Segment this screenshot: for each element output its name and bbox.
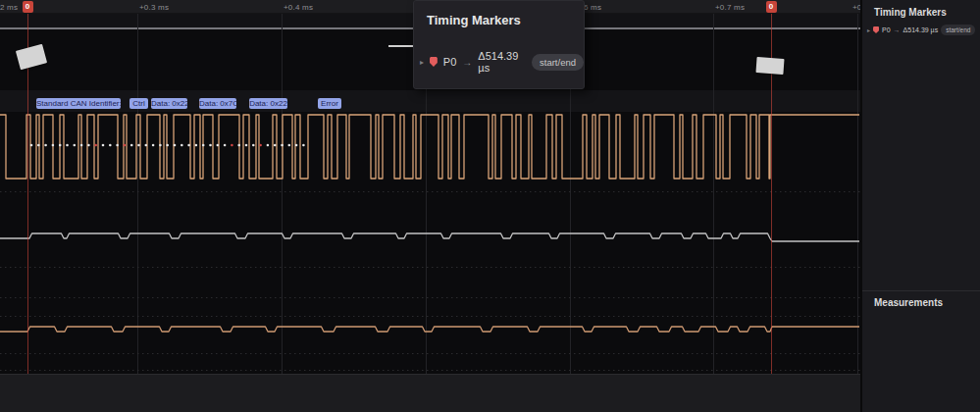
arrow-right-icon: → xyxy=(894,26,901,33)
start-end-button[interactable]: start/end xyxy=(532,54,584,71)
bit-sample-dot xyxy=(59,144,62,147)
bit-sample-dot xyxy=(181,144,183,147)
arrow-right-icon: → xyxy=(462,57,472,68)
bit-sample-dot xyxy=(130,144,133,147)
bit-sample-dot xyxy=(245,144,248,147)
chevron-right-icon[interactable]: ▸ xyxy=(420,58,424,67)
decoder-bubble[interactable]: Data: 0x22 xyxy=(249,98,287,109)
hidden-trace-segment xyxy=(388,45,413,47)
decoder-bubble[interactable]: Data: 0x7C xyxy=(199,98,236,109)
sidebar-measurements-header: Measurements xyxy=(874,297,943,308)
timeline-tick-label: +0.3 ms xyxy=(139,3,169,12)
bit-sample-dot xyxy=(187,144,190,147)
bit-sample-dot xyxy=(109,144,112,147)
decoder-bubble[interactable]: Ctrl xyxy=(129,98,148,109)
timeline-tick-label: +0.4 ms xyxy=(284,3,313,12)
bit-sample-dot xyxy=(288,144,291,147)
timeline-tick-label: +0.2 ms xyxy=(0,3,18,12)
bit-sample-dot xyxy=(66,144,69,147)
bit-sample-dot xyxy=(252,144,255,147)
bit-sample-dot xyxy=(30,144,33,147)
stuff-bit-dot xyxy=(231,144,233,147)
marker-delta-value: Δ514.39 µs xyxy=(478,50,526,74)
bit-sample-dot xyxy=(74,144,77,147)
bit-sample-dot xyxy=(159,144,162,147)
timing-marker-flag[interactable]: 0 xyxy=(23,1,33,13)
marker-drag-handle[interactable] xyxy=(755,57,784,75)
bit-sample-dot xyxy=(209,144,212,147)
stuff-bit-dot xyxy=(259,144,262,147)
stuff-bit-dot xyxy=(94,144,97,147)
timing-markers-popup: Timing Markers ▸ P0 → Δ514.39 µs start/e… xyxy=(413,0,585,89)
sidebar-timing-markers-header: Timing Markers xyxy=(874,7,980,18)
bit-sample-dot xyxy=(37,144,40,147)
bit-sample-dot xyxy=(202,144,205,147)
decoder-bubble[interactable]: Data: 0x22 xyxy=(151,98,187,109)
bit-sample-dot xyxy=(174,144,177,147)
sidebar-timing-marker-row[interactable]: ▸ P0 → Δ514.39 µs start/end xyxy=(867,25,975,35)
sidebar-section-divider xyxy=(862,290,980,291)
bit-sample-dot xyxy=(166,144,169,147)
bit-sample-dot xyxy=(116,144,119,147)
bit-sample-dot xyxy=(87,144,90,147)
marker-pin-icon xyxy=(430,57,438,67)
bit-sample-dot xyxy=(195,144,198,147)
right-sidebar: Timing Markers ▸ P0 → Δ514.39 µs start/e… xyxy=(860,0,980,412)
analog-channel-trace-grey xyxy=(0,233,859,241)
bit-sample-dot xyxy=(52,144,55,147)
bit-sample-dot xyxy=(224,144,227,147)
bit-sample-dot xyxy=(80,144,83,147)
marker-name: P0 xyxy=(882,26,891,33)
digital-channel-trace xyxy=(0,115,859,179)
marker-name: P0 xyxy=(443,56,456,68)
bit-sample-dot xyxy=(44,144,47,147)
marker-pin-icon xyxy=(873,26,879,33)
bit-sample-dot xyxy=(217,144,220,147)
logic-analyzer-app: Standard CAN Identifier: 0x43ECtrlData: … xyxy=(0,0,980,412)
timing-marker-row[interactable]: ▸ P0 → Δ514.39 µs start/end xyxy=(420,50,584,74)
analog-channel-trace-tan xyxy=(0,327,859,332)
bit-sample-dot xyxy=(137,144,140,147)
timeline-tick-label: +0.7 ms xyxy=(715,3,745,12)
bit-sample-dot xyxy=(102,144,105,147)
bit-sample-dot xyxy=(302,144,305,147)
bit-sample-dot xyxy=(152,144,155,147)
marker-delta-value: Δ514.39 µs xyxy=(903,26,939,33)
decoder-bubble[interactable]: Standard CAN Identifier: 0x43E xyxy=(36,98,121,109)
decoder-bubble[interactable]: Error xyxy=(318,98,341,109)
empty-bottom-area xyxy=(0,374,860,412)
chevron-right-icon[interactable]: ▸ xyxy=(867,26,870,33)
popup-title: Timing Markers xyxy=(427,13,584,27)
bit-sample-dot xyxy=(237,144,240,147)
bit-sample-dot xyxy=(145,144,148,147)
bit-sample-dot xyxy=(295,144,298,147)
bit-sample-dot xyxy=(281,144,284,147)
bit-sample-dot xyxy=(267,144,270,147)
stuff-bit-dot xyxy=(124,144,127,147)
start-end-button[interactable]: start/end xyxy=(941,25,975,35)
timing-marker-flag[interactable]: 0 xyxy=(766,1,777,13)
bit-sample-dot xyxy=(274,144,277,147)
